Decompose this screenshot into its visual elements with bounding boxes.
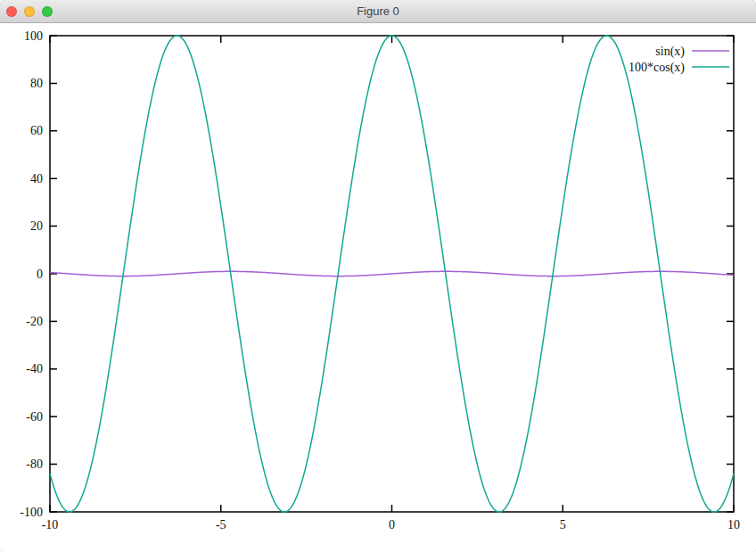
x-tick-label: 5 bbox=[560, 518, 566, 531]
legend-label: 100*cos(x) bbox=[629, 61, 685, 75]
y-tick-label: 0 bbox=[37, 268, 43, 281]
y-tick-label: -80 bbox=[26, 457, 43, 471]
x-tick-label: 10 bbox=[727, 518, 740, 531]
close-button[interactable] bbox=[6, 6, 17, 17]
y-tick-label: -100 bbox=[20, 506, 43, 519]
minimize-button[interactable] bbox=[24, 6, 35, 17]
window-controls bbox=[6, 6, 53, 17]
plot-area: -10-50510-100-80-60-40-20020406080100sin… bbox=[0, 23, 756, 552]
zoom-button[interactable] bbox=[42, 6, 53, 17]
x-tick-label: -10 bbox=[42, 518, 59, 531]
chart-canvas: -10-50510-100-80-60-40-20020406080100sin… bbox=[0, 23, 756, 552]
y-tick-label: 40 bbox=[30, 172, 43, 185]
legend-label: sin(x) bbox=[655, 45, 685, 59]
y-tick-label: -20 bbox=[26, 315, 43, 328]
titlebar[interactable]: Figure 0 bbox=[0, 0, 756, 23]
y-tick-label: -60 bbox=[26, 410, 43, 424]
x-tick-label: 0 bbox=[389, 518, 395, 531]
window-title: Figure 0 bbox=[0, 0, 756, 23]
y-tick-label: 20 bbox=[30, 219, 43, 233]
x-tick-label: -5 bbox=[216, 518, 226, 531]
figure-window: Figure 0 -10-50510-100-80-60-40-20020406… bbox=[0, 0, 756, 552]
series-line-0 bbox=[50, 271, 734, 276]
y-tick-label: 100 bbox=[24, 29, 43, 43]
y-tick-label: -40 bbox=[26, 362, 43, 375]
y-tick-label: 80 bbox=[30, 77, 43, 90]
y-tick-label: 60 bbox=[30, 124, 43, 137]
legend: sin(x)100*cos(x) bbox=[629, 45, 729, 75]
